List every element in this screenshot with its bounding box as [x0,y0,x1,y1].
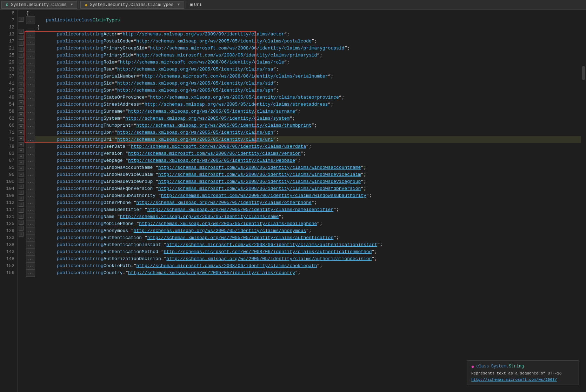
url-link-21[interactable]: http://schemas.microsoft.com/ws/2008/06/… [150,45,345,52]
url-link-45[interactable]: http://schemas.xmlsoap.org/ws/2005/05/id… [117,87,273,94]
url-link-112[interactable]: http://schemas.xmlsoap.org/ws/2005/05/id… [136,199,312,206]
ellipsis[interactable]: ... [26,192,35,200]
url-link-87[interactable]: http://schemas.xmlsoap.org/ws/2005/05/id… [128,157,295,164]
ellipsis[interactable]: ... [26,87,35,94]
ellipsis[interactable]: ... [26,269,35,277]
ellipsis[interactable]: ... [26,178,35,186]
nav-item-claimtypes[interactable]: ◆ System.Security.Claims.ClaimTypes ▼ [80,1,184,9]
ellipsis[interactable]: ... [26,66,35,73]
expand-btn-71[interactable]: + [19,112,24,117]
expand-btn-37[interactable]: + [19,65,24,69]
ellipsis[interactable]: ... [26,52,35,59]
expand-btn-41[interactable]: + [19,71,24,75]
url-link-79[interactable]: http://schemas.microsoft.com/ws/2008/06/… [131,143,306,150]
ellipsis[interactable]: ... [26,108,35,115]
ellipsis[interactable]: ... [26,241,35,249]
expand-btn-129[interactable]: + [19,196,24,201]
url-link-125[interactable]: http://schemas.xmlsoap.org/ws/2005/05/id… [139,220,317,227]
code-content[interactable]: {... public static class ClaimTypes {...… [25,10,581,392]
url-link-33[interactable]: http://schemas.xmlsoap.org/ws/2005/05/id… [117,66,273,73]
ellipsis[interactable]: ... [26,248,35,256]
url-link-96[interactable]: http://schemas.microsoft.com/ws/2008/06/… [158,171,361,178]
url-link-54[interactable]: http://schemas.xmlsoap.org/ws/2005/05/id… [145,101,328,108]
url-link-129[interactable]: http://schemas.xmlsoap.org/ws/2005/05/id… [134,227,306,234]
url-link-62[interactable]: http://schemas.xmlsoap.org/ws/2005/05/id… [125,115,289,122]
ellipsis[interactable]: ... [26,136,35,144]
ellipsis[interactable]: ... [26,185,35,193]
url-link-100[interactable]: http://schemas.microsoft.com/ws/2008/06/… [158,178,361,185]
url-link-156[interactable]: http://schemas.xmlsoap.org/ws/2005/05/id… [128,270,295,277]
expand-btn-79[interactable]: + [19,124,24,129]
ellipsis[interactable]: ... [26,164,35,172]
expand-btn-112[interactable]: + [19,172,24,177]
url-link-117[interactable]: http://schemas.xmlsoap.org/ws/2005/05/id… [147,206,334,213]
expand-btn-108[interactable]: + [19,166,24,171]
expand-btn-54[interactable]: + [19,88,24,93]
expand-btn-148[interactable]: + [19,220,24,225]
ellipsis[interactable]: ... [26,80,35,87]
url-link-138[interactable]: http://schemas.microsoft.com/ws/2008/06/… [166,241,377,248]
expand-btn-91[interactable]: + [19,142,24,147]
url-link-91[interactable]: http://schemas.microsoft.com/ws/2008/06/… [158,164,361,171]
url-link-71[interactable]: http://schemas.xmlsoap.org/ws/2005/05/id… [117,129,273,136]
ellipsis[interactable]: ... [26,101,35,108]
ellipsis[interactable]: ... [26,16,35,24]
expand-btn-21[interactable]: + [19,41,24,46]
ellipsis[interactable]: ... [26,45,35,52]
url-link-41[interactable]: http://schemas.xmlsoap.org/ws/2005/05/id… [117,80,273,87]
url-link-152[interactable]: http://schemas.microsoft.com/ws/2008/06/… [136,263,317,270]
expand-btn-100[interactable]: + [19,154,24,159]
ellipsis[interactable]: ... [26,255,35,263]
expand-btn-49[interactable]: + [19,82,24,87]
dropdown-arrow-claimtypes[interactable]: ▼ [176,3,181,7]
expand-btn-29[interactable]: + [19,53,24,58]
expand-btn-7[interactable]: + [19,17,24,22]
url-link-29[interactable]: http://schemas.microsoft.com/ws/2008/06/… [120,59,284,66]
ellipsis[interactable]: ... [26,38,35,45]
expand-btn-152[interactable]: + [19,226,24,231]
url-link-104[interactable]: http://schemas.microsoft.com/ws/2008/06/… [158,185,361,192]
url-link-143[interactable]: http://schemas.microsoft.com/ws/2008/06/… [164,248,372,255]
url-link-83[interactable]: http://schemas.microsoft.com/ws/2008/06/… [128,150,300,157]
url-link-121[interactable]: http://schemas.xmlsoap.org/ws/2005/05/id… [120,213,279,220]
expand-btn-25[interactable]: + [19,47,24,52]
ellipsis[interactable]: ... [26,213,35,221]
expand-btn-138[interactable]: + [19,208,24,213]
ellipsis[interactable]: ... [26,157,35,165]
ellipsis[interactable]: ... [26,262,35,270]
ellipsis[interactable]: ... [26,199,35,207]
ellipsis[interactable]: ... [26,143,35,151]
ellipsis[interactable]: ... [26,73,35,80]
url-link-13[interactable]: http://schemas.xmlsoap.org/ws/2009/09/id… [123,31,284,38]
expand-btn-62[interactable]: + [19,100,24,105]
tooltip-url[interactable]: http://schemas.microsoft.com/ws/2008/ [471,378,574,382]
expand-btn-33[interactable]: + [19,59,24,64]
expand-btn-121[interactable]: + [19,184,24,189]
url-link-25[interactable]: http://schemas.microsoft.com/ws/2008/06/… [136,52,317,59]
expand-btn-66[interactable]: + [19,106,24,111]
expand-btn-75[interactable]: + [19,118,24,123]
url-link-37[interactable]: http://schemas.microsoft.com/ws/2008/06/… [142,73,328,80]
url-link-133[interactable]: http://schemas.xmlsoap.org/ws/2005/05/id… [147,234,334,241]
expand-btn-156[interactable]: + [19,232,24,237]
ellipsis[interactable]: ... [26,115,35,122]
ellipsis[interactable]: ... [26,59,35,66]
ellipsis[interactable]: ... [26,150,35,158]
url-link-58[interactable]: http://schemas.xmlsoap.org/ws/2005/05/id… [128,108,295,115]
ellipsis[interactable]: ... [26,206,35,214]
expand-btn-133[interactable]: + [19,202,24,207]
nav-item-uri[interactable]: ▣ Uri [187,1,205,9]
expand-btn-117[interactable]: + [19,178,24,183]
ellipsis[interactable]: ... [26,94,35,101]
url-link-49[interactable]: http://schemas.xmlsoap.org/ws/2005/05/id… [150,94,339,101]
expand-btn-87[interactable]: + [19,136,24,141]
nav-item-system-security-claims[interactable]: C System.Security.Claims ▼ [1,1,77,9]
url-link-66[interactable]: http://schemas.xmlsoap.org/ws/2005/05/id… [136,122,312,129]
expand-btn-58[interactable]: + [19,94,24,99]
expand-btn-45[interactable]: + [19,77,24,81]
ellipsis[interactable]: ... [26,122,35,129]
ellipsis[interactable]: ... [26,129,35,137]
expand-btn-125[interactable]: + [19,190,24,195]
ellipsis[interactable]: ... [26,220,35,228]
ellipsis[interactable]: ... [26,171,35,179]
